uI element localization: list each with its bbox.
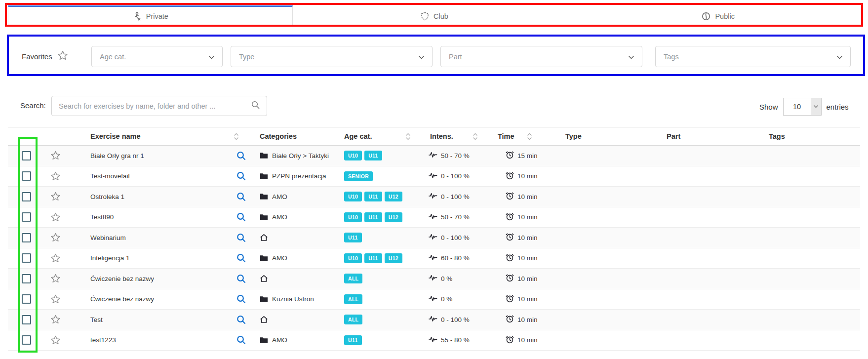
favorite-star-icon[interactable]	[50, 269, 61, 289]
col-tags[interactable]: Tags	[769, 127, 785, 145]
col-age-cat[interactable]: Age cat.	[344, 127, 372, 145]
col-time[interactable]: Time	[498, 127, 514, 145]
favorite-star-icon[interactable]	[50, 207, 61, 228]
home-icon	[260, 316, 268, 323]
preview-search-icon[interactable]	[237, 187, 246, 207]
exercise-name[interactable]: test1223	[90, 330, 116, 351]
exercise-name[interactable]: Białe Orły gra nr 1	[90, 146, 144, 166]
row-checkbox[interactable]	[22, 274, 31, 283]
row-checkbox[interactable]	[22, 151, 31, 160]
entries-count-select[interactable]: 10	[783, 98, 822, 116]
row-checkbox[interactable]	[22, 212, 31, 222]
exercise-name[interactable]: Webinarium	[90, 228, 126, 248]
favorite-star-icon[interactable]	[50, 289, 61, 310]
intensity-cell: 0 %	[429, 269, 452, 289]
table-row: Test-movefail PZPN prezentacja SENIOR 0 …	[8, 166, 860, 187]
exercise-name[interactable]: Ćwiczenie bez nazwy	[90, 289, 154, 310]
intensity-value: 0 - 100 %	[441, 193, 470, 200]
favorite-star-icon[interactable]	[50, 146, 61, 166]
col-type[interactable]: Type	[565, 127, 582, 145]
sort-icon[interactable]	[406, 127, 410, 145]
favorite-star-icon[interactable]	[50, 248, 61, 269]
search-input[interactable]	[59, 102, 251, 110]
exercise-name[interactable]: Inteligencja 1	[90, 248, 130, 269]
time-cell: 10 min	[506, 207, 538, 228]
category-cell	[260, 310, 272, 330]
sort-icon[interactable]	[527, 127, 532, 145]
age-badge: U12	[385, 253, 402, 263]
category-label: AMO	[272, 193, 287, 200]
favorite-star-icon[interactable]	[50, 228, 61, 248]
exercise-name[interactable]: Test	[90, 310, 103, 330]
col-part[interactable]: Part	[667, 127, 680, 145]
row-checkbox[interactable]	[22, 171, 31, 181]
type-filter-dropdown[interactable]: Type	[231, 46, 433, 67]
sort-icon[interactable]	[234, 127, 238, 145]
table-row: Test ALL 0 - 100 %	[8, 310, 860, 330]
exercise-name[interactable]: Test-movefail	[90, 166, 130, 187]
intensity-pulse-icon	[429, 336, 437, 345]
row-checkbox[interactable]	[22, 335, 31, 345]
table-row: Białe Orły gra nr 1 Białe Orły > Taktyki…	[8, 146, 860, 166]
time-clock-icon	[506, 151, 514, 160]
exercise-name[interactable]: Test890	[90, 207, 114, 228]
search-icon[interactable]	[251, 101, 260, 111]
preview-search-icon[interactable]	[237, 269, 246, 289]
table-row: Ćwiczenie bez nazwy Kuznia Ustron ALL 0 …	[8, 289, 860, 310]
time-cell: 10 min	[506, 289, 538, 310]
favorite-star-icon[interactable]	[50, 310, 61, 330]
exercise-name[interactable]: Ćwiczenie bez nazwy	[90, 269, 154, 289]
preview-search-icon[interactable]	[237, 207, 246, 228]
intensity-cell: 0 - 100 %	[429, 187, 470, 207]
preview-search-icon[interactable]	[237, 289, 246, 310]
col-intensity[interactable]: Intens.	[430, 127, 453, 145]
tab-public[interactable]: Public	[576, 5, 860, 25]
category-label: Kuznia Ustron	[272, 295, 314, 303]
table-row: Test890 AMO U10U11U12 50 - 70 %	[8, 207, 860, 228]
row-checkbox[interactable]	[22, 294, 31, 304]
favorite-star-icon[interactable]	[50, 187, 61, 207]
folder-icon	[260, 152, 268, 159]
time-value: 10 min	[517, 295, 538, 303]
row-checkbox[interactable]	[22, 253, 31, 263]
show-label: Show	[759, 103, 778, 111]
favorite-star-icon[interactable]	[50, 166, 61, 187]
preview-search-icon[interactable]	[237, 310, 246, 330]
row-checkbox[interactable]	[22, 233, 31, 242]
favorite-star-icon[interactable]	[50, 330, 61, 351]
tab-private[interactable]: Private	[8, 5, 293, 25]
age-badges: ALL	[344, 289, 362, 310]
preview-search-icon[interactable]	[237, 248, 246, 269]
folder-icon	[260, 173, 268, 180]
sort-icon[interactable]	[473, 127, 477, 145]
private-person-icon	[132, 12, 142, 21]
intensity-pulse-icon	[429, 254, 437, 263]
part-filter-dropdown[interactable]: Part	[440, 46, 642, 67]
age-cat-filter-dropdown[interactable]: Age cat.	[91, 46, 223, 67]
row-checkbox[interactable]	[22, 192, 31, 201]
time-cell: 10 min	[506, 228, 538, 248]
intensity-cell: 50 - 70 %	[429, 146, 470, 166]
favorites-star-icon[interactable]	[57, 50, 68, 62]
exercise-table: Exercise name Categories Age cat. Intens…	[8, 127, 860, 351]
age-badges: ALL	[344, 310, 362, 330]
preview-search-icon[interactable]	[237, 228, 246, 248]
preview-search-icon[interactable]	[237, 146, 246, 166]
preview-search-icon[interactable]	[237, 330, 246, 351]
tab-club[interactable]: Club	[293, 5, 577, 25]
intensity-pulse-icon	[429, 213, 437, 222]
col-categories[interactable]: Categories	[260, 127, 297, 145]
time-value: 15 min	[517, 152, 538, 160]
tab-private-label: Private	[146, 12, 168, 20]
col-exercise-name[interactable]: Exercise name	[90, 127, 141, 145]
exercise-name[interactable]: Ostroleka 1	[90, 187, 124, 207]
intensity-value: 50 - 70 %	[441, 152, 470, 160]
tags-filter-dropdown[interactable]: Tags	[655, 46, 851, 67]
time-cell: 15 min	[506, 146, 538, 166]
preview-search-icon[interactable]	[237, 166, 246, 187]
age-badge: SENIOR	[344, 171, 373, 181]
intensity-pulse-icon	[429, 274, 437, 283]
age-badge: U12	[385, 212, 402, 222]
time-cell: 10 min	[506, 248, 538, 269]
row-checkbox[interactable]	[22, 315, 31, 324]
